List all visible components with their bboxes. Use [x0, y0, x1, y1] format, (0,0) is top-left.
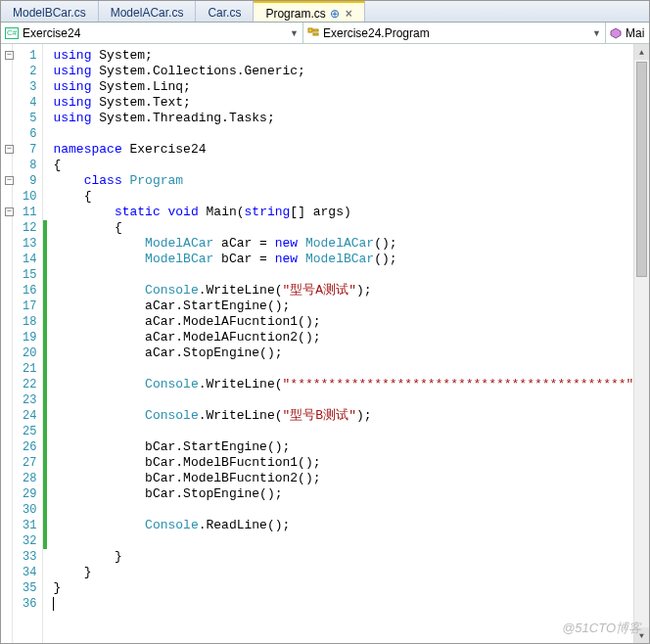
code-line[interactable]	[53, 392, 649, 408]
fold-toggle[interactable]: −	[5, 207, 14, 216]
svg-rect-2	[313, 33, 318, 35]
line-number: 22	[13, 377, 36, 392]
code-line[interactable]: }	[53, 549, 649, 565]
code-line[interactable]: using System;	[53, 48, 649, 64]
tab-modelbcar-cs[interactable]: ModelBCar.cs	[1, 1, 99, 22]
line-number: 16	[13, 283, 36, 299]
line-number: 27	[13, 455, 36, 471]
code-line[interactable]: aCar.StartEngine();	[53, 299, 649, 314]
code-line[interactable]: }	[53, 565, 649, 580]
code-line[interactable]: aCar.StopEngine();	[53, 345, 649, 361]
tab-label: ModelACar.cs	[111, 6, 184, 20]
tab-car-cs[interactable]: Car.cs	[196, 1, 254, 22]
line-number: 21	[13, 361, 36, 377]
code-line[interactable]: static void Main(string[] args)	[53, 205, 649, 220]
line-number: 14	[13, 252, 36, 267]
line-number: 4	[13, 95, 36, 111]
line-number: 32	[13, 533, 36, 549]
code-line[interactable]: Console.WriteLine("型号B测试");	[53, 408, 649, 424]
code-line[interactable]	[53, 267, 649, 283]
caret	[53, 597, 54, 611]
line-number: 24	[13, 408, 36, 424]
code-line[interactable]: using System.Collections.Generic;	[53, 64, 649, 79]
chevron-down-icon: ▼	[592, 28, 601, 38]
line-number: 19	[13, 330, 36, 345]
line-number: 17	[13, 299, 36, 314]
fold-toggle[interactable]: −	[5, 145, 14, 154]
code-editor[interactable]: −−−− 12345678910111213141516171819202122…	[1, 44, 649, 644]
line-number: 20	[13, 345, 36, 361]
line-number: 1	[13, 48, 36, 64]
code-line[interactable]: ModelACar aCar = new ModelACar();	[53, 236, 649, 252]
code-line[interactable]	[53, 361, 649, 377]
code-line[interactable]: bCar.ModelBFucntion2();	[53, 471, 649, 486]
code-line[interactable]: class Program	[53, 173, 649, 189]
scope-member-label: Mai	[626, 26, 644, 40]
line-number: 28	[13, 471, 36, 486]
code-line[interactable]: using System.Linq;	[53, 79, 649, 95]
line-number: 5	[13, 111, 36, 126]
chevron-down-icon: ▼	[290, 28, 299, 38]
line-number: 36	[13, 596, 36, 612]
close-icon[interactable]: ×	[346, 7, 352, 21]
code-line[interactable]	[53, 533, 649, 549]
line-number: 33	[13, 549, 36, 565]
navigation-bar: C# Exercise24 ▼ Exercise24.Program ▼ Mai	[1, 23, 649, 44]
scope-dropdown-right[interactable]: Exercise24.Program ▼	[303, 23, 606, 43]
code-line[interactable]: using System.Text;	[53, 95, 649, 111]
svg-rect-0	[308, 28, 312, 32]
line-number: 35	[13, 580, 36, 596]
line-number: 12	[13, 220, 36, 236]
line-number: 15	[13, 267, 36, 283]
scope-dropdown-member[interactable]: Mai	[606, 23, 649, 43]
code-line[interactable]: bCar.StartEngine();	[53, 439, 649, 455]
line-number: 30	[13, 502, 36, 518]
line-number: 29	[13, 486, 36, 502]
line-number: 25	[13, 424, 36, 439]
line-number: 11	[13, 205, 36, 220]
code-line[interactable]: namespace Exercise24	[53, 142, 649, 158]
change-indicator	[43, 220, 47, 549]
line-number: 34	[13, 565, 36, 580]
line-number: 9	[13, 173, 36, 189]
tab-bar: ModelBCar.csModelACar.csCar.csProgram.cs…	[1, 1, 649, 23]
scroll-up-button[interactable]: ▲	[634, 44, 649, 60]
line-number: 6	[13, 126, 36, 142]
line-number: 3	[13, 79, 36, 95]
code-line[interactable]: bCar.ModelBFucntion1();	[53, 455, 649, 471]
code-line[interactable]: Console.WriteLine("型号A测试");	[53, 283, 649, 299]
code-line[interactable]: using System.Threading.Tasks;	[53, 111, 649, 126]
scope-dropdown-left[interactable]: C# Exercise24 ▼	[1, 23, 303, 43]
csharp-icon: C#	[5, 27, 19, 39]
fold-toggle[interactable]: −	[5, 176, 14, 185]
method-icon	[610, 27, 622, 39]
code-line[interactable]	[53, 502, 649, 518]
vertical-scrollbar[interactable]: ▲ ▼	[633, 44, 649, 643]
code-line[interactable]: ModelBCar bCar = new ModelBCar();	[53, 252, 649, 267]
code-line[interactable]: {	[53, 189, 649, 205]
line-number: 10	[13, 189, 36, 205]
fold-toggle[interactable]: −	[5, 51, 14, 60]
tab-program-cs[interactable]: Program.cs⊕×	[254, 1, 364, 22]
line-number: 18	[13, 314, 36, 330]
code-line[interactable]: aCar.ModelAFucntion2();	[53, 330, 649, 345]
line-number: 13	[13, 236, 36, 252]
code-line[interactable]: }	[53, 580, 649, 596]
code-line[interactable]	[53, 126, 649, 142]
tab-label: Car.cs	[208, 6, 241, 20]
scrollbar-thumb[interactable]	[636, 62, 647, 277]
code-line[interactable]	[53, 596, 649, 612]
line-number-gutter: 1234567891011121314151617181920212223242…	[13, 44, 43, 644]
code-line[interactable]: Console.ReadLine();	[53, 518, 649, 533]
code-line[interactable]: {	[53, 158, 649, 173]
scroll-down-button[interactable]: ▼	[634, 627, 649, 643]
line-number: 2	[13, 64, 36, 79]
code-line[interactable]: Console.WriteLine("*********************…	[53, 377, 649, 392]
code-line[interactable]: {	[53, 220, 649, 236]
tab-modelacar-cs[interactable]: ModelACar.cs	[99, 1, 197, 22]
code-line[interactable]: aCar.ModelAFucntion1();	[53, 314, 649, 330]
code-line[interactable]	[53, 424, 649, 439]
code-line[interactable]: bCar.StopEngine();	[53, 486, 649, 502]
pin-icon[interactable]: ⊕	[330, 7, 340, 21]
code-area[interactable]: using System;using System.Collections.Ge…	[43, 44, 649, 644]
